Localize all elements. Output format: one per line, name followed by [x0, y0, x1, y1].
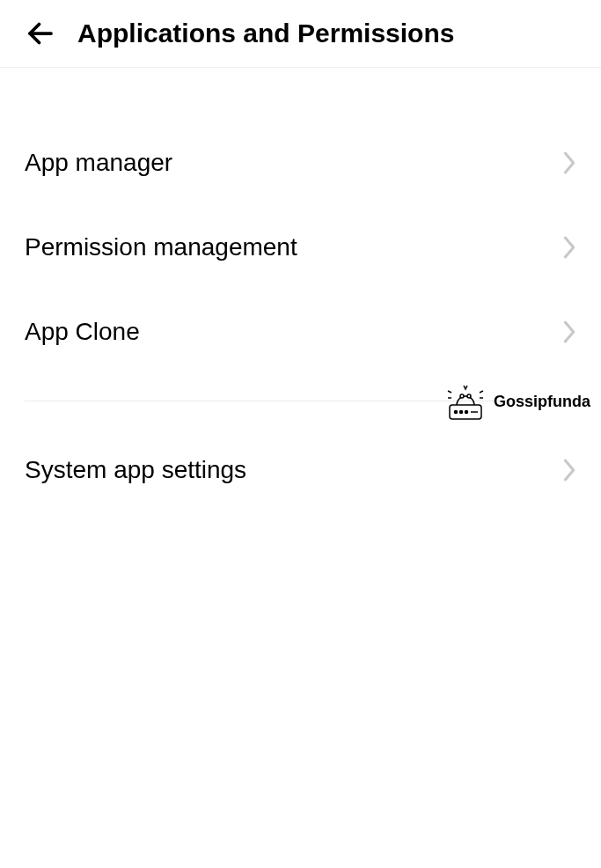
watermark-logo-icon — [444, 380, 487, 423]
svg-point-6 — [460, 394, 464, 398]
content-area: App manager Permission management App Cl… — [0, 68, 601, 512]
list-item-permission-management[interactable]: Permission management — [0, 205, 601, 290]
chevron-right-icon — [562, 235, 576, 260]
list-item-app-clone[interactable]: App Clone — [0, 290, 601, 374]
svg-line-10 — [480, 391, 483, 393]
svg-point-7 — [467, 394, 471, 398]
svg-point-2 — [454, 411, 457, 414]
watermark-text: Gossipfunda — [494, 393, 590, 411]
svg-point-3 — [459, 411, 462, 414]
svg-line-8 — [448, 391, 451, 393]
chevron-right-icon — [562, 320, 576, 344]
list-item-label: System app settings — [25, 456, 246, 484]
list-item-label: App Clone — [25, 318, 140, 346]
list-item-app-manager[interactable]: App manager — [0, 121, 601, 205]
svg-point-4 — [465, 411, 467, 414]
list-item-system-app-settings[interactable]: System app settings — [0, 428, 601, 512]
back-button[interactable] — [25, 18, 56, 49]
chevron-right-icon — [562, 151, 576, 175]
page-header: Applications and Permissions — [0, 0, 601, 68]
page-title: Applications and Permissions — [77, 18, 454, 48]
back-arrow-icon — [25, 18, 56, 49]
list-item-label: App manager — [25, 149, 172, 177]
watermark: Gossipfunda — [444, 380, 590, 423]
list-item-label: Permission management — [25, 233, 297, 261]
chevron-right-icon — [562, 458, 576, 482]
